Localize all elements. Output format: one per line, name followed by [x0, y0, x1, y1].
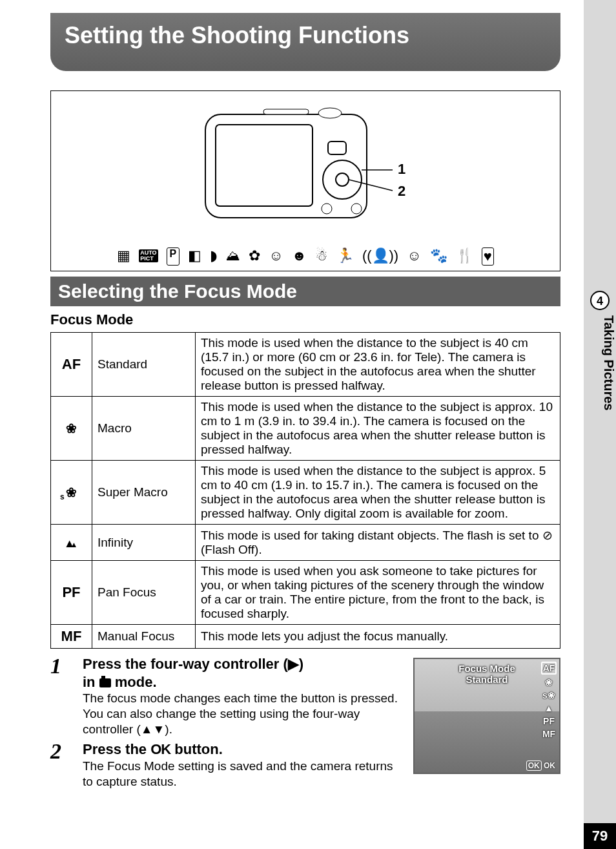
svg-rect-4: [328, 142, 346, 154]
focus-mode-icon-super-macro: [51, 461, 92, 525]
step-description: The Focus Mode setting is saved and the …: [83, 759, 406, 790]
camera-diagram-box: 1 2 ▦ AUTOPICT P ◧ ◗ ⛰ ✿ ☺ ☻ ☃ 🏃 ((👤)) ☺…: [50, 90, 560, 271]
mountain-icon: [64, 534, 79, 550]
table-row: MF Manual Focus This mode lets you adjus…: [51, 625, 560, 649]
step-number: 2: [50, 740, 83, 762]
diagram-callout-1: 1: [398, 161, 406, 177]
lcd-preview-line1: Focus Mode: [415, 663, 559, 674]
lcd-mode-infinity: ▲: [541, 703, 557, 713]
ok-button-label: OK: [150, 741, 170, 757]
table-row: AF Standard This mode is used when the d…: [51, 333, 560, 397]
step-number: 1: [50, 655, 83, 677]
lcd-mode-mf: MF: [541, 729, 557, 739]
table-row: PF Pan Focus This mode is used when you …: [51, 561, 560, 625]
lcd-preview-title: Focus Mode Standard: [415, 663, 559, 685]
diagram-callout-2: 2: [398, 183, 406, 199]
focus-mode-name: Pan Focus: [92, 561, 196, 625]
side-tab-panel: 4 Taking Pictures: [584, 0, 616, 849]
lcd-preview-line2: Standard: [415, 674, 559, 685]
super-macro-icon: [66, 484, 77, 500]
focus-mode-name: Infinity: [92, 525, 196, 561]
steps-block: Focus Mode Standard AF ❀ s❀ ▲ PF MF OK O…: [50, 655, 560, 789]
section-title: Selecting the Focus Mode: [58, 280, 297, 302]
svg-rect-3: [216, 125, 313, 206]
lcd-mode-super-macro: s❀: [541, 690, 557, 700]
svg-point-8: [351, 204, 362, 214]
section-header: Selecting the Focus Mode: [50, 277, 560, 306]
flower-icon: [66, 420, 77, 436]
lcd-ok-indicator: OK OK: [526, 761, 555, 770]
lcd-preview: Focus Mode Standard AF ❀ s❀ ▲ PF MF OK O…: [413, 658, 560, 774]
focus-mode-name: Super Macro: [92, 461, 196, 525]
focus-mode-name: Macro: [92, 397, 196, 461]
focus-mode-desc: This mode is used when the distance to t…: [196, 397, 560, 461]
page-number: 79: [584, 823, 616, 849]
svg-rect-1: [263, 109, 309, 114]
lcd-mode-pf: PF: [541, 716, 557, 726]
page-title-banner: Setting the Shooting Functions: [50, 13, 560, 71]
focus-mode-desc: This mode is used when the distance to t…: [196, 333, 560, 397]
table-heading: Focus Mode: [50, 311, 616, 328]
focus-mode-desc: This mode is used for taking distant obj…: [196, 525, 560, 561]
svg-point-7: [322, 204, 332, 214]
camera-icon: [99, 678, 111, 687]
focus-mode-desc: This mode is used when the distance to t…: [196, 461, 560, 525]
focus-mode-table: AF Standard This mode is used when the d…: [50, 332, 560, 649]
lcd-mode-af: AF: [541, 662, 557, 675]
chapter-label: Taking Pictures: [585, 315, 616, 410]
step-title: Press the four-way controller (▶) in mod…: [83, 655, 406, 691]
focus-mode-icon-mf: MF: [51, 625, 92, 649]
focus-mode-icon-pf: PF: [51, 561, 92, 625]
table-row: Infinity This mode is used for taking di…: [51, 525, 560, 561]
step-description: The focus mode changes each time the but…: [83, 691, 406, 737]
svg-point-2: [318, 108, 342, 118]
page-title: Setting the Shooting Functions: [65, 22, 409, 48]
mode-icon-row: ▦ AUTOPICT P ◧ ◗ ⛰ ✿ ☺ ☻ ☃ 🏃 ((👤)) ☺ 🐾 🍴…: [117, 247, 493, 266]
table-row: Macro This mode is used when the distanc…: [51, 397, 560, 461]
lcd-preview-mode-list: AF ❀ s❀ ▲ PF MF: [541, 662, 557, 739]
focus-mode-icon-infinity: [51, 525, 92, 561]
focus-mode-icon-macro: [51, 397, 92, 461]
focus-mode-desc: This mode is used when you ask someone t…: [196, 561, 560, 625]
chapter-number-badge: 4: [590, 291, 610, 310]
table-row: Super Macro This mode is used when the d…: [51, 461, 560, 525]
focus-mode-desc: This mode lets you adjust the focus manu…: [196, 625, 560, 649]
focus-mode-name: Standard: [92, 333, 196, 397]
lcd-mode-macro: ❀: [541, 677, 557, 687]
camera-back-illustration: 1 2: [199, 105, 412, 228]
focus-mode-name: Manual Focus: [92, 625, 196, 649]
step-title: Press the OK button.: [83, 740, 406, 759]
focus-mode-icon-af: AF: [51, 333, 92, 397]
svg-point-6: [336, 173, 349, 186]
